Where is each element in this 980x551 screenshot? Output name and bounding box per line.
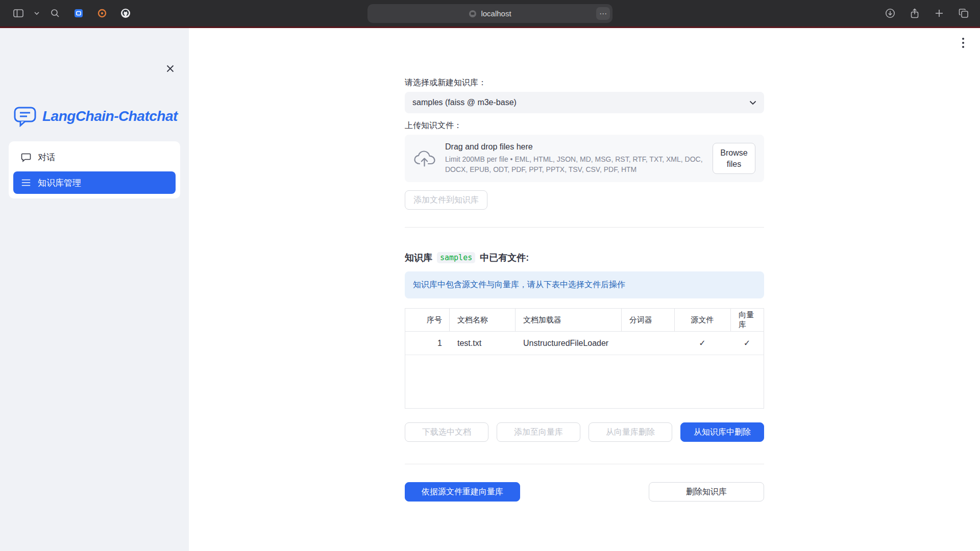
downloads-icon[interactable] (881, 5, 899, 21)
col-header-filename: 文档名称 (449, 309, 515, 331)
logo-text: LangChain-Chatchat (42, 108, 178, 124)
extension-blue-icon[interactable] (69, 5, 88, 21)
sidebar-item-label: 知识库管理 (38, 177, 81, 189)
sidebar-toggle-icon[interactable] (9, 5, 28, 21)
sidebar-nav: 对话 知识库管理 (9, 141, 180, 198)
chat-bubble-icon (21, 152, 31, 162)
sidebar-item-label: 对话 (38, 152, 55, 163)
browser-toolbar: localhost ⋯ (0, 0, 980, 27)
extension-orange-icon[interactable] (93, 5, 111, 21)
table-header-row: 序号 文档名称 文档加载器 分词器 源文件 向量库 (405, 309, 764, 332)
dropzone-title: Drag and drop files here (445, 142, 703, 152)
files-table: 序号 文档名称 文档加载器 分词器 源文件 向量库 1 test.txt Uns… (405, 308, 764, 409)
address-bar[interactable]: localhost ⋯ (368, 4, 612, 23)
sidebar-item-dialogue[interactable]: 对话 (13, 146, 176, 168)
divider (405, 227, 764, 228)
file-action-buttons: 下载选中文档 添加至向量库 从向量库删除 从知识库中删除 (405, 422, 764, 442)
app-logo: LangChain-Chatchat (13, 106, 178, 127)
table-empty-area (405, 355, 764, 408)
cell-loader: UnstructuredFileLoader (515, 332, 621, 355)
logo-chat-bubble-icon (13, 106, 37, 127)
tab-overview-icon[interactable] (954, 5, 973, 21)
add-files-button[interactable]: 添加文件到知识库 (405, 190, 487, 210)
cell-vector-store-check: ✓ (730, 332, 764, 355)
kb-name-code: samples (437, 252, 475, 263)
sidebar-close-icon[interactable] (161, 60, 179, 77)
add-to-vector-store-button[interactable]: 添加至向量库 (497, 422, 580, 442)
rebuild-vector-store-button[interactable]: 依据源文件重建向量库 (405, 482, 520, 502)
dropzone-limit-text: Limit 200MB per file • EML, HTML, JSON, … (445, 154, 703, 174)
col-header-vector-store: 向量库 (730, 309, 764, 331)
main-area: 请选择或新建知识库： samples (faiss @ m3e-base) 上传… (189, 28, 980, 551)
col-header-loader: 文档加载器 (515, 309, 621, 331)
col-header-splitter: 分词器 (621, 309, 674, 331)
search-icon[interactable] (46, 5, 64, 21)
delete-kb-button[interactable]: 删除知识库 (649, 482, 764, 502)
new-tab-icon[interactable] (930, 5, 948, 21)
selectbox-chevron-icon (749, 101, 756, 105)
delete-from-kb-button[interactable]: 从知识库中删除 (680, 422, 764, 442)
info-banner: 知识库中包含源文件与向量库，请从下表中选择文件后操作 (405, 271, 764, 298)
cloud-upload-icon (413, 150, 436, 167)
kb-select-label: 请选择或新建知识库： (405, 77, 764, 88)
sidebar-item-knowledge-base[interactable]: 知识库管理 (13, 171, 176, 194)
content-column: 请选择或新建知识库： samples (faiss @ m3e-base) 上传… (405, 28, 764, 502)
cell-filename: test.txt (449, 332, 515, 355)
upload-label: 上传知识文件： (405, 120, 764, 131)
main-menu-icon[interactable] (955, 35, 971, 51)
cell-splitter (621, 332, 674, 355)
chevron-down-icon[interactable] (33, 5, 41, 21)
share-icon[interactable] (905, 5, 924, 21)
page-settings-icon[interactable]: ⋯ (596, 7, 610, 20)
cell-source-file-check: ✓ (674, 332, 730, 355)
kb-files-heading: 知识库 samples 中已有文件: (405, 252, 764, 264)
knowledge-base-icon (21, 178, 31, 188)
kb-selectbox-value: samples (faiss @ m3e-base) (412, 98, 517, 107)
col-header-index: 序号 (405, 309, 449, 331)
divider (405, 464, 764, 464)
download-selected-button[interactable]: 下载选中文档 (405, 422, 488, 442)
col-header-source-file: 源文件 (674, 309, 730, 331)
site-favicon (469, 10, 477, 18)
cell-index: 1 (405, 332, 449, 355)
github-extension-icon[interactable] (116, 5, 135, 21)
browse-files-button[interactable]: Browse files (713, 143, 755, 174)
table-row[interactable]: 1 test.txt UnstructuredFileLoader ✓ ✓ (405, 332, 764, 355)
kb-heading-prefix: 知识库 (405, 252, 432, 264)
kb-selectbox[interactable]: samples (faiss @ m3e-base) (405, 92, 764, 113)
address-bar-url: localhost (481, 9, 511, 18)
delete-from-vector-store-button[interactable]: 从向量库删除 (589, 422, 672, 442)
file-dropzone[interactable]: Drag and drop files here Limit 200MB per… (405, 135, 764, 182)
sidebar: LangChain-Chatchat 对话 (0, 28, 189, 551)
kb-action-buttons: 依据源文件重建向量库 删除知识库 (405, 482, 764, 502)
kb-heading-suffix: 中已有文件: (480, 252, 529, 264)
